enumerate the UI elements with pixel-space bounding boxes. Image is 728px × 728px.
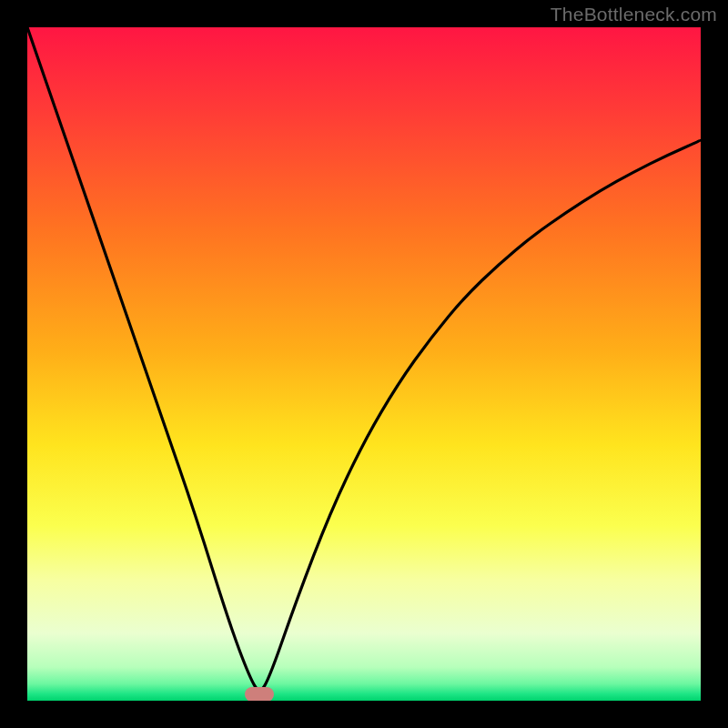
- plot-area: [27, 27, 701, 701]
- watermark-text: TheBottleneck.com: [551, 4, 717, 25]
- chart-frame: TheBottleneck.com: [0, 0, 728, 728]
- optimum-marker: [245, 687, 274, 701]
- bottleneck-curve: [27, 27, 701, 701]
